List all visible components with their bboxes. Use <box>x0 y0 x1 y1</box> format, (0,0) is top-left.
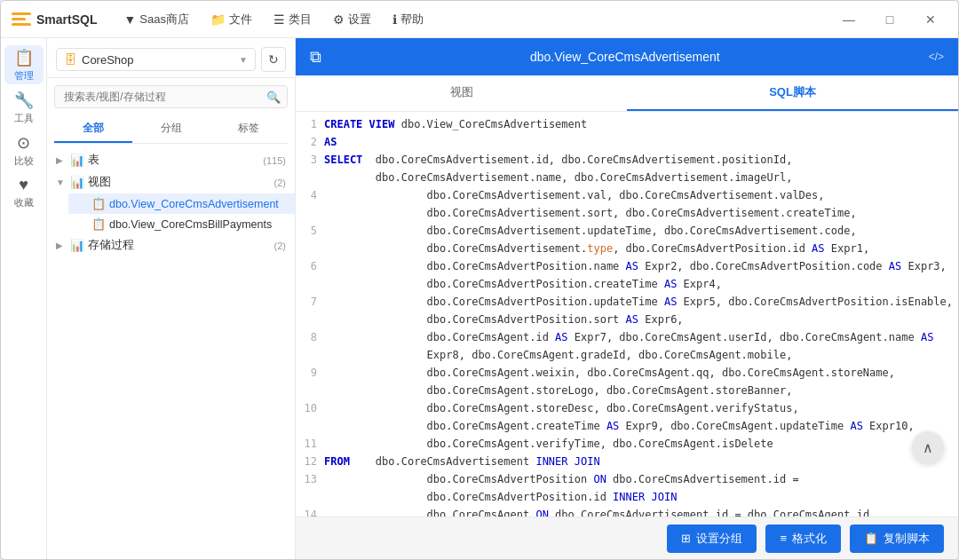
logo-icon <box>12 12 31 27</box>
group-views-label: 视图 <box>88 175 271 190</box>
right-header-title: dbo.View_CoreCmsAdvertisement <box>330 50 920 64</box>
manage-icon: 📋 <box>14 48 34 67</box>
tree-group-views[interactable]: ▼ 📊 视图 (2) <box>47 171 295 193</box>
main-window: SmartSQL ▼ Saas商店 📁 文件 ☰ 类目 ⚙ 设置 ℹ 帮助 <box>0 0 959 560</box>
code-line: 3 SELECT dbo.CoreCmsAdvertisement.id, db… <box>296 151 958 169</box>
sidebar-compare-label: 比较 <box>14 154 34 168</box>
sidebar-item-manage[interactable]: 📋 管理 <box>4 45 44 84</box>
btn-format-label: 格式化 <box>792 531 827 547</box>
dropdown-icon: ▼ <box>239 55 248 65</box>
views-children: 📋 dbo.View_CoreCmsAdvertisement 📋 dbo.Vi… <box>47 193 295 234</box>
nav-bar: ▼ Saas商店 📁 文件 ☰ 类目 ⚙ 设置 ℹ 帮助 <box>115 8 832 31</box>
code-line: 9 dbo.CoreCmsAgent.weixin, dbo.CoreCmsAg… <box>296 364 958 382</box>
tree-group-procs[interactable]: ▶ 📊 存储过程 (2) <box>47 234 295 256</box>
tree-group-tables[interactable]: ▶ 📊 表 (115) <box>47 149 295 171</box>
tree-item-view1[interactable]: 📋 dbo.View_CoreCmsAdvertisement <box>68 193 295 214</box>
nav-file[interactable]: 📁 文件 <box>202 8 261 31</box>
gear-icon: ⚙ <box>333 12 345 27</box>
app-name: SmartSQL <box>36 12 97 27</box>
tab-all[interactable]: 全部 <box>54 115 132 143</box>
format-button[interactable]: ≡ 格式化 <box>765 525 841 553</box>
compare-icon: ⊙ <box>17 133 30 153</box>
main-content: 📋 管理 🔧 工具 ⊙ 比较 ♥ 收藏 🗄 CoreShop <box>1 38 958 559</box>
search-box: 🔍 <box>54 85 288 108</box>
tab-sql[interactable]: SQL脚本 <box>627 75 958 111</box>
code-line: 6 dbo.CoreCmsAdvertPosition.name AS Expr… <box>296 257 958 275</box>
code-line: Expr8, dbo.CoreCmsAgent.gradeId, dbo.Cor… <box>296 346 958 364</box>
db-selector[interactable]: 🗄 CoreShop ▼ <box>56 48 256 71</box>
tree-item-view2[interactable]: 📋 dbo.View_CoreCmsBillPayments <box>68 214 295 234</box>
group-icon: ⊞ <box>681 532 691 545</box>
code-line: 14 dbo.CoreCmsAgent ON dbo.CoreCmsAdvert… <box>296 506 958 517</box>
sidebar-icons: 📋 管理 🔧 工具 ⊙ 比较 ♥ 收藏 <box>1 38 47 559</box>
nav-help-label: 帮助 <box>400 12 424 28</box>
nav-saas[interactable]: ▼ Saas商店 <box>115 8 198 31</box>
code-line: dbo.CoreCmsAgent.storeLogo, dbo.CoreCmsA… <box>296 382 958 399</box>
code-icon: </> <box>929 51 944 63</box>
code-line: 1 CREATE VIEW dbo.View_CoreCmsAdvertisem… <box>296 115 958 133</box>
chevron-down-icon: ▼ <box>123 12 136 27</box>
nav-category-label: 类目 <box>289 12 312 28</box>
nav-category[interactable]: ☰ 类目 <box>265 8 321 31</box>
sidebar-item-tools[interactable]: 🔧 工具 <box>4 88 44 127</box>
btn-copy-label: 复制脚本 <box>884 531 930 547</box>
btn-group-label: 设置分组 <box>696 531 742 547</box>
database-icon: 🗄 <box>64 52 76 67</box>
copy-icon: 📋 <box>864 532 878 545</box>
maximize-button[interactable]: □ <box>873 5 907 34</box>
arrow-right-icon: ▶ <box>56 155 67 165</box>
set-group-button[interactable]: ⊞ 设置分组 <box>667 525 757 553</box>
code-line: dbo.CoreCmsAdvertisement.type, dbo.CoreC… <box>296 240 958 257</box>
right-tab-bar: 视图 SQL脚本 <box>296 75 958 112</box>
tab-view[interactable]: 视图 <box>296 75 627 111</box>
code-line: 4 dbo.CoreCmsAdvertisement.val, dbo.Core… <box>296 186 958 204</box>
code-line: 7 dbo.CoreCmsAdvertPosition.updateTime A… <box>296 293 958 311</box>
code-line: 8 dbo.CoreCmsAgent.id AS Expr7, dbo.Core… <box>296 328 958 346</box>
tab-group[interactable]: 分组 <box>132 115 210 143</box>
view-item-icon: 📋 <box>91 197 106 210</box>
group-procs-label: 存储过程 <box>88 238 271 253</box>
code-content: 1 CREATE VIEW dbo.View_CoreCmsAdvertisem… <box>296 112 958 517</box>
tree-container: ▶ 📊 表 (115) ▼ 📊 视图 (2) 📋 dbo.View <box>47 144 295 559</box>
search-input[interactable] <box>54 85 288 108</box>
refresh-button[interactable]: ↻ <box>261 47 286 72</box>
nav-file-label: 文件 <box>229 12 252 28</box>
group-views-count: (2) <box>274 177 286 188</box>
search-icon: 🔍 <box>266 91 281 104</box>
tools-icon: 🔧 <box>14 91 34 110</box>
sidebar-manage-label: 管理 <box>14 69 34 83</box>
info-icon: ℹ <box>392 12 397 27</box>
arrow-down-icon: ▼ <box>56 177 67 187</box>
nav-settings[interactable]: ⚙ 设置 <box>324 8 380 31</box>
titlebar: SmartSQL ▼ Saas商店 📁 文件 ☰ 类目 ⚙ 设置 ℹ 帮助 <box>1 1 958 38</box>
group-tables-count: (115) <box>263 155 286 166</box>
folder-icon: 📁 <box>210 12 226 27</box>
group-tables-label: 表 <box>88 153 259 168</box>
view-icon: 📊 <box>70 176 84 189</box>
code-line: dbo.CoreCmsAgent.createTime AS Expr9, db… <box>296 417 958 435</box>
code-line: dbo.CoreCmsAdvertPosition.createTime AS … <box>296 275 958 293</box>
tree-tab-bar: 全部 分组 标签 <box>54 115 288 144</box>
tab-tag[interactable]: 标签 <box>210 115 288 143</box>
code-area[interactable]: 1 CREATE VIEW dbo.View_CoreCmsAdvertisem… <box>296 112 958 517</box>
view1-label: dbo.View_CoreCmsAdvertisement <box>109 198 286 210</box>
arrow-right-icon2: ▶ <box>56 241 67 250</box>
code-line: 12 FROM dbo.CoreCmsAdvertisement INNER J… <box>296 453 958 470</box>
close-button[interactable]: ✕ <box>914 5 947 34</box>
right-footer: ⊞ 设置分组 ≡ 格式化 📋 复制脚本 <box>296 517 958 559</box>
sidebar-item-compare[interactable]: ⊙ 比较 <box>4 130 44 170</box>
code-line: 2 AS <box>296 133 958 151</box>
sidebar-item-favorites[interactable]: ♥ 收藏 <box>4 173 44 212</box>
nav-help[interactable]: ℹ 帮助 <box>384 8 432 31</box>
db-name-label: CoreShop <box>82 53 134 67</box>
copy-script-button[interactable]: 📋 复制脚本 <box>850 525 944 553</box>
format-icon: ≡ <box>780 532 787 545</box>
list-icon: ☰ <box>273 12 285 27</box>
right-header: ⧉ dbo.View_CoreCmsAdvertisement </> <box>296 38 958 75</box>
minimize-button[interactable]: — <box>832 5 866 34</box>
layers-icon: ⧉ <box>310 48 321 67</box>
left-panel: 🗄 CoreShop ▼ ↻ 🔍 全部 分组 标签 ▶ 📊 <box>47 38 296 559</box>
code-line: dbo.CoreCmsAdvertPosition.sort AS Expr6, <box>296 311 958 328</box>
scroll-up-button[interactable]: ∧ <box>912 431 944 463</box>
view2-label: dbo.View_CoreCmsBillPayments <box>109 218 286 231</box>
